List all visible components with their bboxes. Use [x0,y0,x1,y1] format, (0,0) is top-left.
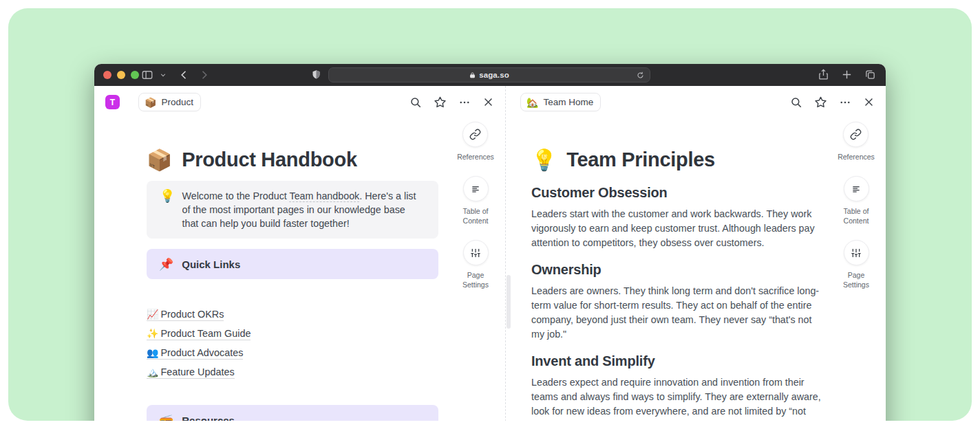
section-body: Leaders start with the customer and work… [531,207,827,250]
more-options-icon[interactable] [839,96,851,109]
bulb-icon: 💡 [531,148,557,172]
close-window-button[interactable] [103,71,111,79]
browser-window: saga.so [94,64,886,421]
section-heading: Ownership [531,262,827,278]
search-icon[interactable] [409,96,422,109]
page-settings-button[interactable]: Page Settings [836,240,876,289]
search-icon[interactable] [790,96,802,109]
list-item: 🏔️Feature Updates [147,363,438,382]
resources-section[interactable]: 📻 Resources [147,405,438,421]
right-pane-header: 🏡 Team Home [506,86,886,118]
link-feature-updates[interactable]: 🏔️Feature Updates [147,366,235,379]
left-pane-header: T 📦 Product [94,86,505,118]
browser-toolbar: saga.so [94,64,886,86]
section-body: Leaders are owners. They think long term… [531,284,827,342]
back-button[interactable] [178,69,191,81]
mountain-icon: 🏔️ [147,366,158,377]
traffic-lights [103,71,139,79]
welcome-callout: 💡 Welcome to the Product Team handbook. … [147,181,438,239]
references-button[interactable]: References [838,122,875,162]
list-item: 👥Product Advocates [147,344,438,363]
right-side-rail: References Table of Content Page Setting… [830,122,882,304]
lock-icon [469,72,476,79]
pushpin-icon: 📌 [159,257,173,272]
product-handbook-document: 📦 Product Handbook 💡 Welcome to the Prod… [147,148,438,421]
breadcrumb-team-home[interactable]: 🏡 Team Home [520,93,601,111]
house-garden-icon: 🏡 [526,97,538,108]
page-title: 💡 Team Principles [531,148,827,172]
screenshot-stage: saga.so [0,0,980,429]
new-tab-icon[interactable] [841,69,853,80]
link-product-okrs[interactable]: 📈Product OKRs [147,309,224,321]
saga-app: T 📦 Product [94,86,886,421]
url-text: saga.so [479,71,509,79]
chart-increasing-icon: 📈 [147,309,158,320]
package-icon: 📦 [145,97,156,108]
list-item: 📈Product OKRs [147,305,438,324]
close-pane-icon[interactable] [863,96,875,108]
list-item: ✨Product Team Guide [147,324,438,344]
team-principles-document: 💡 Team Principles Customer Obsession Lea… [531,148,827,421]
breadcrumb-label: Product [161,97,193,107]
table-of-content-button[interactable]: Table of Content [456,176,496,226]
team-handbook-reference[interactable]: Team handbook [290,190,360,201]
breadcrumb-product[interactable]: 📦 Product [138,93,201,111]
green-backdrop: saga.so [8,8,972,421]
favorite-star-icon[interactable] [814,96,827,109]
workspace-avatar[interactable]: T [105,95,120,109]
left-side-rail: References Table of Content Page Setting… [449,122,502,304]
right-header-actions [790,96,875,109]
sliders-icon [844,240,869,265]
chevron-down-icon[interactable] [160,72,167,78]
section-heading: Invent and Simplify [531,353,827,369]
align-left-icon [463,176,489,201]
minimize-window-button[interactable] [117,71,125,79]
sidebar-toggle-icon[interactable] [141,69,153,81]
share-icon[interactable] [818,69,829,80]
more-options-icon[interactable] [458,96,471,109]
reload-icon[interactable] [636,71,645,80]
page-title: 📦 Product Handbook [147,148,438,172]
busts-icon: 👥 [147,347,158,358]
pane-team-home: 🏡 Team Home Reference [506,86,886,421]
quick-links-list: 📈Product OKRs ✨Product Team Guide 👥Produ… [147,305,438,382]
section-body: Leaders expect and require innovation an… [531,375,827,421]
scrollbar-thumb[interactable] [507,275,511,329]
left-header-actions [409,96,494,109]
tab-overview-icon[interactable] [864,69,876,80]
toolbar-right-icons [818,69,876,80]
sliders-icon [463,240,489,265]
breadcrumb-label: Team Home [543,97,593,107]
privacy-shield-icon[interactable] [311,68,321,81]
link-product-team-guide[interactable]: ✨Product Team Guide [147,328,251,340]
references-button[interactable]: References [457,122,494,162]
link-product-advocates[interactable]: 👥Product Advocates [147,347,243,360]
pane-product: T 📦 Product [94,86,506,421]
align-left-icon [844,176,869,201]
quick-links-section[interactable]: 📌 Quick Links [147,249,438,279]
bulb-icon: 💡 [160,189,175,230]
package-icon: 📦 [147,148,172,172]
zoom-window-button[interactable] [131,71,139,79]
radio-icon: 📻 [159,413,173,421]
callout-text: Welcome to the Product Team handbook. He… [182,189,419,230]
favorite-star-icon[interactable] [434,96,447,109]
link-icon [462,122,488,147]
link-icon [843,122,869,147]
address-bar[interactable]: saga.so [328,67,650,82]
page-settings-button[interactable]: Page Settings [456,240,496,289]
close-pane-icon[interactable] [482,96,494,108]
table-of-content-button[interactable]: Table of Content [836,176,876,226]
section-heading: Customer Obsession [531,185,827,201]
sparkles-icon: ✨ [147,328,158,339]
forward-button[interactable] [198,69,210,81]
